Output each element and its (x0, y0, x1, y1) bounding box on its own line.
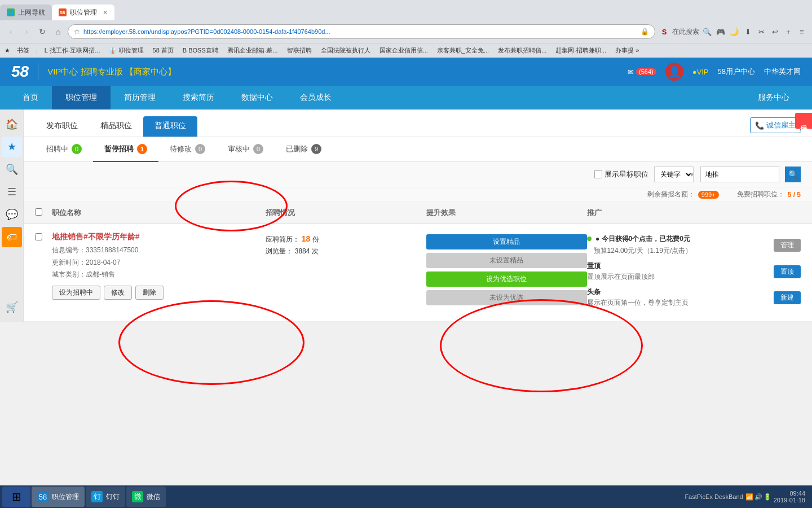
tab-premium[interactable]: 精品职位 (89, 116, 143, 137)
job-title[interactable]: 地推销售#不限学历年龄# (52, 232, 266, 242)
download-icon[interactable]: ⬇ (742, 26, 753, 37)
header-title: VIP中心 招聘专业版 【商家中心】 (47, 67, 628, 77)
bookmark-ganji[interactable]: 赶集网-招聘兼职... (553, 46, 608, 55)
nav-home[interactable]: 首页 (9, 86, 52, 110)
kefu-btn[interactable]: 📞 诚信雇主 (750, 117, 801, 133)
sidebar-icon-home[interactable]: 🏠 (2, 114, 22, 134)
tab-close-icon[interactable]: ✕ (103, 9, 108, 16)
tab-icon: 58 (59, 8, 67, 16)
sidebar-icon-search[interactable]: 🔍 (2, 159, 22, 179)
select-all-checkbox[interactable] (35, 208, 42, 216)
nav-growth[interactable]: 会员成长 (286, 86, 345, 110)
search-button[interactable]: 🔍 (785, 167, 801, 182)
set-premium-btn[interactable]: 设置精品 (426, 234, 587, 249)
jingzhun-dot (587, 237, 592, 241)
taskbar-wechat[interactable]: 微 微信 (126, 487, 166, 507)
bookmark-credit[interactable]: 国家企业信用信... (377, 46, 430, 55)
bookmark-58[interactable]: 58 首页 (151, 46, 176, 55)
moon-icon[interactable]: 🌙 (729, 26, 740, 37)
badge-pending: 0 (195, 144, 205, 154)
scissors-icon[interactable]: ✂ (756, 26, 767, 37)
game-icon[interactable]: 🎮 (715, 26, 726, 37)
set-recruiting-btn[interactable]: 设为招聘中 (52, 286, 100, 300)
status-tab-pending[interactable]: 待修改 0 (158, 137, 217, 162)
nav-refresh[interactable]: ↻ (36, 25, 48, 38)
status-tab-paused[interactable]: 暂停招聘 1 (93, 137, 158, 162)
show-star-checkbox[interactable] (594, 170, 602, 178)
bookmark-court[interactable]: 全国法院被执行人 (319, 46, 373, 55)
promote-toutiao-info: 头条 展示在页面第一位，尊享定制主页 (587, 287, 774, 308)
badge-deleted: 9 (311, 144, 321, 154)
status-tab-deleted[interactable]: 已删除 9 (275, 137, 333, 162)
taskbar-jobs-mgr[interactable]: 58 职位管理 (32, 487, 85, 507)
quota-row: 剩余播报名额： 999+ 免费招聘职位： 5 / 5 (24, 187, 812, 202)
address-bar[interactable]: ☆ https://employer.58.com/undisplaypos?P… (68, 24, 655, 39)
user-center-link[interactable]: 58用户中心 (718, 67, 755, 77)
job-checkbox[interactable] (35, 233, 42, 240)
fastpic-label: FastPicEx DeskBand (685, 493, 743, 500)
promote-jingzhun-row: ● 今日获得0个点击，已花费0元 预算124.00元/天（1.19元/点击） 管… (587, 234, 801, 256)
sidebar-icon-chat[interactable]: 💬 (2, 204, 22, 225)
unset-premium-btn[interactable]: 未设置精品 (426, 253, 587, 268)
job-update: 更新时间：2018-04-07 (52, 257, 266, 269)
tab-inactive[interactable]: 🌐 上网导航 (0, 5, 52, 20)
promote-jingzhun: ● 今日获得0个点击，已花费0元 预算124.00元/天（1.19元/点击） 管… (587, 234, 801, 256)
nav-forward[interactable]: › (20, 25, 33, 38)
jingzhun-manage-btn[interactable]: 管理 (774, 239, 801, 252)
nav-resumes[interactable]: 简历管理 (111, 86, 169, 110)
taskbar-dingding[interactable]: 钉 钉钉 (86, 487, 125, 507)
vip-label[interactable]: ●VIP (692, 68, 709, 76)
bookmark-parttime[interactable]: 亲客兼职_安全免... (435, 46, 491, 55)
bookmark-boss[interactable]: B BOSS直聘 (180, 46, 220, 55)
sidebar-icon-tag[interactable]: 🏷 (2, 227, 22, 247)
nav-home[interactable]: ⌂ (52, 25, 64, 38)
s-icon[interactable]: S (659, 26, 670, 37)
tab-publish[interactable]: 发布职位 (35, 116, 89, 137)
browser-search-icon[interactable]: 🔍 (701, 26, 713, 37)
recruit-resume: 应聘简历： 18 份 (266, 234, 426, 244)
plus-icon[interactable]: + (783, 26, 794, 37)
nav-search[interactable]: 搜索简历 (169, 86, 228, 110)
status-tab-recruiting[interactable]: 招聘中 0 (35, 137, 93, 162)
feedback-btn[interactable]: 反馈报错 (795, 113, 812, 129)
keyword-type-select[interactable]: 关键字 (654, 167, 694, 182)
sidebar-icon-cart[interactable]: 🛒 (2, 297, 22, 317)
taskbar-start[interactable]: ⊞ (2, 487, 30, 507)
sidebar-icon-star[interactable]: ★ (2, 137, 22, 157)
taskbar-sys-icons: 📶🔊🔋 (745, 493, 771, 501)
col-boost-header: 提升效果 (426, 208, 587, 218)
promote-zhiding-label: 置顶 (587, 261, 774, 271)
status-tab-reviewing[interactable]: 审核中 0 (217, 137, 275, 162)
tab-normal[interactable]: 普通职位 (143, 116, 197, 137)
talent-link[interactable]: 中华英才网 (764, 67, 801, 77)
mail-btn[interactable]: ✉ (564) (628, 68, 656, 76)
keyword-input[interactable] (700, 167, 779, 182)
zhiding-btn[interactable]: 置顶 (774, 265, 801, 278)
bookmark-zhilian[interactable]: 智联招聘 (285, 46, 314, 55)
bookmark-more[interactable]: 办事提 » (613, 46, 641, 55)
nav-data[interactable]: 数据中心 (228, 86, 286, 110)
sidebar-icon-list[interactable]: ☰ (2, 182, 22, 202)
delete-btn[interactable]: 删除 (135, 286, 164, 300)
nav-back[interactable]: ‹ (5, 25, 17, 38)
taskbar-dingding-icon: 钉 (91, 491, 103, 502)
col-recruit-header: 招聘情况 (266, 208, 426, 218)
nav-service[interactable]: 服务中心 (744, 93, 803, 103)
nav-jobs[interactable]: 职位管理 (52, 86, 111, 110)
bookmark-books[interactable]: 书签 (15, 46, 32, 55)
unset-preferred-btn[interactable]: 未设为优选 (426, 290, 587, 305)
set-preferred-btn[interactable]: 设为优选职位 (426, 271, 587, 287)
toutiao-btn[interactable]: 新建 (774, 291, 801, 304)
edit-btn[interactable]: 修改 (104, 286, 132, 300)
table-header: 职位名称 招聘情况 提升效果 推广 (24, 202, 812, 224)
menu-icon[interactable]: ≡ (796, 26, 807, 37)
promote-zhiding: 置顶 置顶展示在页面最顶部 置顶 (587, 261, 801, 282)
user-avatar[interactable]: 👤 (665, 63, 683, 81)
bookmark-publish[interactable]: 发布兼职招聘信... (496, 46, 549, 55)
bookmark-qq[interactable]: 腾讯企业邮箱-差... (225, 46, 280, 55)
browser-chrome: 🌐 上网导航 58 职位管理 ✕ ‹ › ↻ ⌂ ☆ https://emplo… (0, 0, 812, 58)
bookmark-jobs[interactable]: L 找工作-互联网招... (42, 46, 103, 55)
tab-active[interactable]: 58 职位管理 ✕ (52, 5, 114, 20)
undo-icon[interactable]: ↩ (769, 26, 780, 37)
bookmark-posmgr[interactable]: 👔 职位管理 (107, 46, 145, 55)
